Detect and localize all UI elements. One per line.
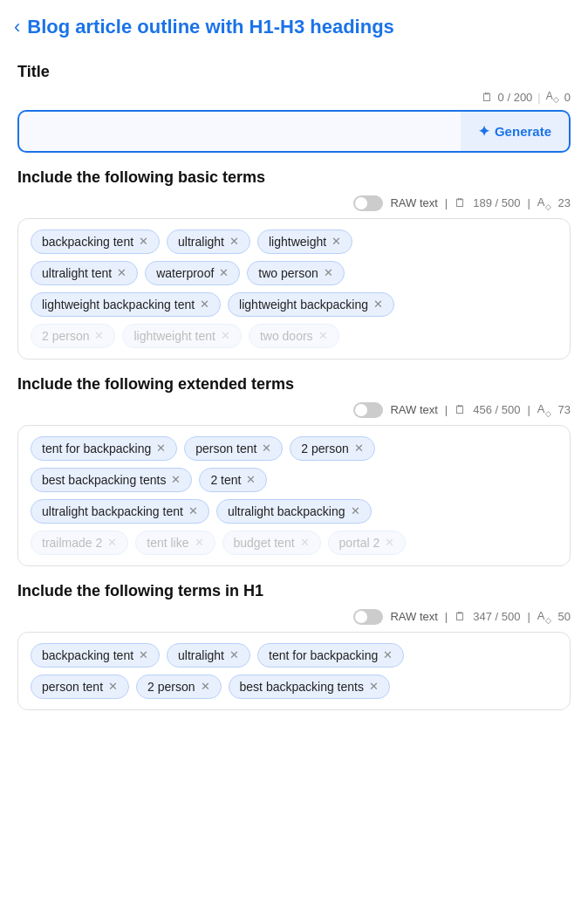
basic-tags-overflow: 2 person ✕ lightweight tent ✕ two doors …	[31, 324, 557, 348]
tag-label: best backpacking tents	[240, 680, 364, 694]
page-title: Blog article outline with H1-H3 headings	[27, 16, 394, 38]
ext-tag-ub: ultralight backpacking ✕	[216, 499, 372, 524]
h1-tag-bbt-close[interactable]: ✕	[369, 681, 379, 692]
basic-tag-ultralight-tent-close[interactable]: ✕	[117, 267, 126, 278]
sep1: |	[537, 91, 540, 104]
tag-label: person tent	[195, 442, 256, 456]
basic-ai-count: 23	[558, 196, 571, 209]
basic-tag-lb-close[interactable]: ✕	[373, 298, 383, 310]
tag-label: lightweight tent	[133, 329, 215, 343]
tag-label: two person	[258, 266, 318, 280]
extended-tags-row-2: best backpacking tents ✕ 2 tent ✕	[31, 468, 557, 492]
ext-tag-2t: 2 tent ✕	[199, 468, 267, 492]
basic-tag-lbt: lightweight backpacking tent ✕	[31, 292, 221, 317]
ext-tag-bbt: best backpacking tents ✕	[31, 468, 192, 492]
tag-label: person tent	[42, 680, 103, 694]
h1-toggle[interactable]	[353, 609, 383, 625]
basic-tag-ultralight-close[interactable]: ✕	[229, 236, 239, 247]
extended-ai-label: A◇	[537, 402, 551, 418]
tag-label: lightweight backpacking tent	[42, 298, 195, 312]
tag-label: tent for backpacking	[42, 442, 151, 456]
basic-tag-overflow-2: lightweight tent ✕	[122, 324, 241, 348]
h1-counter: 347 / 500	[473, 610, 520, 623]
basic-tag-backpacking-tent: backpacking tent ✕	[31, 229, 160, 254]
tag-label: ultralight backpacking	[228, 504, 345, 518]
basic-tag-overflow-3-close[interactable]: ✕	[318, 330, 328, 341]
ext-overflow-4-close[interactable]: ✕	[385, 537, 394, 548]
basic-tag-overflow-1: 2 person ✕	[31, 324, 115, 348]
ext-overflow-1-close[interactable]: ✕	[107, 537, 117, 548]
ext-tag-2p-close[interactable]: ✕	[354, 442, 364, 454]
basic-tag-overflow-1-close[interactable]: ✕	[94, 330, 104, 341]
ext-tag-ubt: ultralight backpacking tent ✕	[31, 499, 209, 524]
sep4: |	[445, 403, 448, 416]
basic-tag-lightweight: lightweight ✕	[257, 229, 352, 254]
back-button[interactable]: ‹	[14, 17, 20, 37]
tag-label: waterproof	[156, 266, 214, 280]
h1-tag-pt-close[interactable]: ✕	[108, 681, 118, 692]
ext-tag-tfb-close[interactable]: ✕	[156, 442, 166, 454]
tag-label: best backpacking tents	[42, 473, 166, 487]
sep2: |	[445, 196, 448, 209]
h1-tag-bt-close[interactable]: ✕	[139, 649, 148, 661]
ext-overflow-3-close[interactable]: ✕	[300, 537, 310, 548]
basic-tag-waterproof-close[interactable]: ✕	[219, 267, 229, 278]
generate-button[interactable]: ✦ Generate	[461, 110, 571, 153]
tag-label: backpacking tent	[42, 648, 133, 662]
basic-raw-text: RAW text	[390, 196, 437, 209]
h1-tag-2p-close[interactable]: ✕	[201, 681, 210, 692]
ext-tag-tfb: tent for backpacking ✕	[31, 436, 177, 461]
ext-tag-pt-close[interactable]: ✕	[262, 442, 271, 454]
ext-overflow-2-close[interactable]: ✕	[195, 537, 204, 548]
basic-tag-two-person-close[interactable]: ✕	[324, 267, 333, 278]
basic-tags-row-1: backpacking tent ✕ ultralight ✕ lightwei…	[31, 229, 557, 254]
h1-ai-label: A◇	[537, 609, 551, 625]
clipboard-icon-basic: 🗒	[455, 196, 466, 209]
h1-tag-ul: ultralight ✕	[167, 643, 250, 668]
tag-label: tent for backpacking	[269, 648, 378, 662]
title-input[interactable]	[17, 110, 461, 153]
extended-tags-row-1: tent for backpacking ✕ person tent ✕ 2 p…	[31, 436, 557, 461]
ai-icon-title: A◇	[546, 90, 559, 104]
basic-terms-section: Include the following basic terms RAW te…	[17, 168, 571, 360]
ext-tag-2t-close[interactable]: ✕	[246, 474, 256, 485]
ext-overflow-3: budget tent ✕	[222, 531, 321, 555]
title-input-row: ✦ Generate	[17, 110, 571, 153]
basic-toggle-row: RAW text | 🗒 189 / 500 | A◇ 23	[17, 195, 571, 211]
tag-label: two doors	[260, 329, 313, 343]
extended-toggle[interactable]	[353, 402, 383, 418]
h1-tag-ul-close[interactable]: ✕	[229, 649, 239, 661]
tag-label: 2 person	[42, 329, 89, 343]
h1-tag-tfb-close[interactable]: ✕	[383, 649, 393, 661]
extended-terms-label: Include the following extended terms	[17, 375, 571, 394]
ext-tag-bbt-close[interactable]: ✕	[171, 474, 181, 485]
title-ai-count: 0	[564, 91, 571, 104]
ext-tag-pt: person tent ✕	[184, 436, 283, 461]
ext-tag-ubt-close[interactable]: ✕	[188, 505, 198, 517]
ext-tag-ub-close[interactable]: ✕	[351, 505, 360, 517]
tag-label: trailmade 2	[42, 536, 102, 550]
basic-tags-container: backpacking tent ✕ ultralight ✕ lightwei…	[17, 218, 571, 360]
tag-label: lightweight	[269, 235, 326, 249]
main-content: Title 🗒 0 / 200 | A◇ 0 ✦ Generate Includ…	[0, 63, 588, 709]
basic-tag-backpacking-tent-close[interactable]: ✕	[139, 236, 148, 247]
h1-raw-text: RAW text	[390, 610, 437, 623]
ext-overflow-4: portal 2 ✕	[328, 531, 407, 555]
title-counter: 0 / 200	[498, 91, 533, 104]
basic-toggle[interactable]	[353, 195, 383, 211]
h1-terms-label: Include the following terms in H1	[17, 582, 571, 600]
page-header: ‹ Blog article outline with H1-H3 headin…	[0, 0, 588, 47]
h1-terms-section: Include the following terms in H1 RAW te…	[17, 582, 571, 710]
tag-label: 2 person	[301, 442, 348, 456]
tag-label: ultralight	[178, 235, 224, 249]
h1-tags-row-2: person tent ✕ 2 person ✕ best backpackin…	[31, 675, 557, 699]
basic-tag-overflow-2-close[interactable]: ✕	[221, 330, 230, 341]
h1-tag-tfb: tent for backpacking ✕	[257, 643, 404, 668]
sep6: |	[445, 610, 448, 623]
basic-tag-lbt-close[interactable]: ✕	[200, 298, 209, 310]
h1-tags-container: backpacking tent ✕ ultralight ✕ tent for…	[17, 632, 571, 710]
tag-label: portal 2	[339, 536, 380, 550]
basic-tag-lightweight-close[interactable]: ✕	[332, 236, 341, 247]
extended-ai-count: 73	[558, 403, 571, 416]
tag-label: ultralight backpacking tent	[42, 504, 183, 518]
